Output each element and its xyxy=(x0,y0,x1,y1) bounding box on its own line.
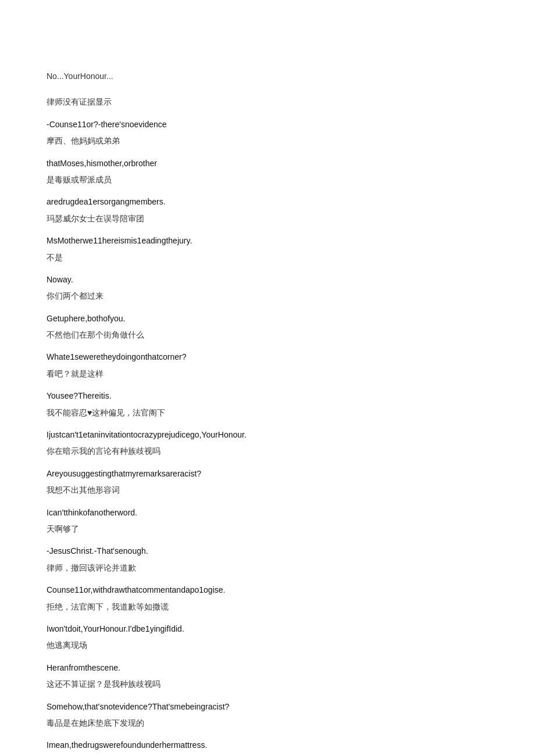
english-line-9: Ijustcan't1etaninvitationtocrazyprejudic… xyxy=(47,428,488,441)
english-line-11: Ican'tthinkofanotherword. xyxy=(47,506,488,519)
subtitle-pair-17: 毒品是在她床垫底下发现的Imean,thedrugswerefoundunder… xyxy=(47,716,488,752)
subtitle-pair-3: 是毒贩或帮派成员aredrugdea1ersorgangmembers. xyxy=(47,173,488,209)
chinese-line-17: 毒品是在她床垫底下发现的 xyxy=(47,716,488,729)
subtitle-pair-11: 我想不出其他形容词Ican'tthinkofanotherword. xyxy=(47,483,488,519)
subtitle-pair-13: 律师，撤回该评论并道歉Counse11or,withdrawthatcommen… xyxy=(47,561,488,597)
english-line-5: Noway. xyxy=(47,273,488,286)
english-line-7: Whate1seweretheydoingonthatcorner? xyxy=(47,350,488,363)
english-line-1: -Counse11or?-there'snoevidence xyxy=(47,118,488,131)
english-line-15: Heranfromthescene. xyxy=(47,661,488,674)
chinese-line-8: 看吧？就是这样 xyxy=(47,367,488,380)
subtitle-pair-0: No...YourHonour... xyxy=(47,70,488,92)
chinese-line-16: 这还不算证据？是我种族歧视吗 xyxy=(47,678,488,690)
english-line-14: Iwon'tdoit,YourHonour.I'dbe1yingifIdid. xyxy=(47,622,488,635)
subtitle-pair-16: 这还不算证据？是我种族歧视吗Somehow,that'snotevidence?… xyxy=(47,678,488,713)
chinese-line-10: 你在暗示我的言论有种族歧视吗 xyxy=(47,445,488,457)
chinese-line-13: 律师，撤回该评论并道歉 xyxy=(47,561,488,574)
chinese-line-15: 他逃离现场 xyxy=(47,639,488,651)
chinese-line-7: 不然他们在那个街角做什么 xyxy=(47,328,488,341)
chinese-line-14: 拒绝，法官阁下，我道歉等如撒谎 xyxy=(47,600,488,613)
english-line-16: Somehow,that'snotevidence?That'smebeingr… xyxy=(47,700,488,713)
chinese-line-1: 律师没有证据显示 xyxy=(47,95,488,108)
subtitle-pair-6: 你们两个都过来Getuphere,bothofyou. xyxy=(47,289,488,325)
subtitle-pair-9: 我不能容忍♥这种偏见，法官阁下Ijustcan't1etaninvitation… xyxy=(47,406,488,442)
english-line-6: Getuphere,bothofyou. xyxy=(47,312,488,325)
english-line-12: -JesusChrist.-That'senough. xyxy=(47,544,488,557)
chinese-line-2: 摩西、他妈妈或弟弟 xyxy=(47,134,488,147)
chinese-line-5: 不是 xyxy=(47,251,488,264)
subtitle-pair-4: 玛瑟威尔女士在误导陪审团MsMotherwe11hereismis1eading… xyxy=(47,212,488,248)
english-line-10: Areyousuggestingthatmyremarksareracist? xyxy=(47,467,488,480)
chinese-line-0: No...YourHonour... xyxy=(47,70,488,83)
chinese-line-3: 是毒贩或帮派成员 xyxy=(47,173,488,186)
english-line-2: thatMoses,hismother,orbrother xyxy=(47,157,488,170)
chinese-line-11: 我想不出其他形容词 xyxy=(47,483,488,496)
subtitle-pair-15: 他逃离现场Heranfromthescene. xyxy=(47,639,488,674)
subtitle-content: No...YourHonour...律师没有证据显示-Counse11or?-t… xyxy=(47,70,488,756)
chinese-line-9: 我不能容忍♥这种偏见，法官阁下 xyxy=(47,406,488,419)
chinese-line-4: 玛瑟威尔女士在误导陪审团 xyxy=(47,212,488,225)
subtitle-pair-12: 天啊够了-JesusChrist.-That'senough. xyxy=(47,522,488,558)
subtitle-pair-8: 看吧？就是这样Yousee?Thereitis. xyxy=(47,367,488,403)
subtitle-pair-7: 不然他们在那个街角做什么Whate1seweretheydoingonthatc… xyxy=(47,328,488,364)
chinese-line-6: 你们两个都过来 xyxy=(47,289,488,302)
english-line-17: Imean,thedrugswerefoundunderhermattress. xyxy=(47,739,488,751)
english-line-13: Counse11or,withdrawthatcommentandapo1ogi… xyxy=(47,583,488,596)
english-line-4: MsMotherwe11hereismis1eadingthejury. xyxy=(47,234,488,247)
subtitle-pair-1: 律师没有证据显示-Counse11or?-there'snoevidence xyxy=(47,95,488,131)
chinese-line-12: 天啊够了 xyxy=(47,522,488,535)
subtitle-pair-2: 摩西、他妈妈或弟弟thatMoses,hismother,orbrother xyxy=(47,134,488,170)
subtitle-pair-10: 你在暗示我的言论有种族歧视吗Areyousuggestingthatmyrema… xyxy=(47,445,488,480)
english-line-8: Yousee?Thereitis. xyxy=(47,389,488,402)
english-line-3: aredrugdea1ersorgangmembers. xyxy=(47,195,488,208)
subtitle-pair-14: 拒绝，法官阁下，我道歉等如撒谎Iwon'tdoit,YourHonour.I'd… xyxy=(47,600,488,636)
subtitle-pair-5: 不是Noway. xyxy=(47,251,488,286)
